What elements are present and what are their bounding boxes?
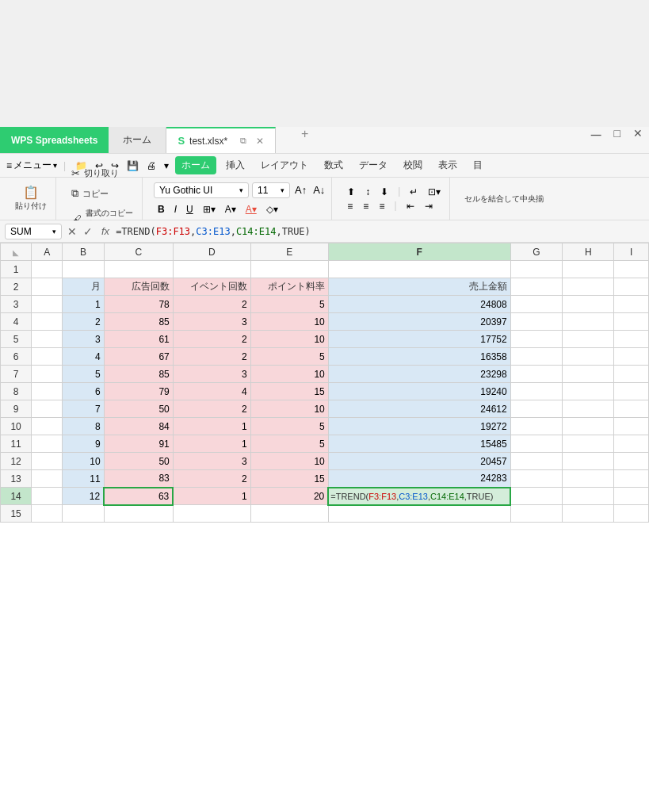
cell-g15[interactable] xyxy=(510,505,562,523)
cell-c1[interactable] xyxy=(104,261,173,278)
cell-i10[interactable] xyxy=(614,418,649,435)
cell-g4[interactable] xyxy=(510,313,562,331)
col-header-i[interactable]: I xyxy=(614,243,649,261)
cell-e8[interactable]: 15 xyxy=(250,383,328,400)
font-shrink-icon[interactable]: A↓ xyxy=(311,184,326,196)
menu-item-home[interactable]: ホーム xyxy=(175,156,216,174)
cell-a14[interactable] xyxy=(32,488,63,505)
cell-f5[interactable]: 17752 xyxy=(328,331,510,348)
cell-h10[interactable] xyxy=(563,418,614,435)
menu-item-data[interactable]: データ xyxy=(353,156,394,174)
cell-d1[interactable] xyxy=(173,261,250,278)
cell-i9[interactable] xyxy=(614,400,649,418)
cell-b14[interactable]: 12 xyxy=(63,488,104,505)
row-header-8[interactable]: 8 xyxy=(1,383,32,400)
row-header-13[interactable]: 13 xyxy=(1,470,32,488)
menu-item-review[interactable]: 校閲 xyxy=(397,156,429,174)
cell-b5[interactable]: 3 xyxy=(63,331,104,348)
row-header-7[interactable]: 7 xyxy=(1,366,32,383)
formula-confirm-button[interactable]: ✓ xyxy=(81,225,95,238)
align-left-icon[interactable]: ≡ xyxy=(343,200,357,213)
col-header-f[interactable]: F xyxy=(328,243,510,261)
dropdown-arrow[interactable]: ▾ xyxy=(161,159,172,173)
cell-f12[interactable]: 20457 xyxy=(328,453,510,470)
cell-d13[interactable]: 2 xyxy=(173,470,250,488)
row-header-14[interactable]: 14 xyxy=(1,488,32,505)
cell-i13[interactable] xyxy=(614,470,649,488)
formula-cancel-button[interactable]: ✕ xyxy=(65,225,79,238)
cell-f10[interactable]: 19272 xyxy=(328,418,510,435)
formula-input[interactable]: =TREND(F3:F13,C3:E13,C14:E14,TRUE) xyxy=(116,226,644,237)
cell-i4[interactable] xyxy=(614,313,649,331)
cell-b13[interactable]: 11 xyxy=(63,470,104,488)
cell-b4[interactable]: 2 xyxy=(63,313,104,331)
cell-g9[interactable] xyxy=(510,400,562,418)
print-icon[interactable]: 🖨 xyxy=(143,159,159,173)
copy-button[interactable]: ⧉ コピー xyxy=(67,185,137,202)
cell-e14[interactable]: 20 xyxy=(250,488,328,505)
cell-d4[interactable]: 3 xyxy=(173,313,250,331)
menu-item-more[interactable]: 目 xyxy=(467,156,489,174)
cell-e6[interactable]: 5 xyxy=(250,348,328,366)
cell-h8[interactable] xyxy=(563,383,614,400)
cell-e9[interactable]: 10 xyxy=(250,400,328,418)
cell-a2[interactable] xyxy=(32,278,63,296)
cell-b12[interactable]: 10 xyxy=(63,453,104,470)
cell-g12[interactable] xyxy=(510,453,562,470)
merge-cells-button[interactable]: セルを結合して中央揃 xyxy=(461,192,547,206)
cell-i15[interactable] xyxy=(614,505,649,523)
cell-e3[interactable]: 5 xyxy=(250,296,328,313)
cell-f14[interactable]: =TREND(F3:F13,C3:E13,C14:E14,TRUE) xyxy=(328,488,510,505)
cell-i14[interactable] xyxy=(614,488,649,505)
col-header-b[interactable]: B xyxy=(63,243,104,261)
cell-g8[interactable] xyxy=(510,383,562,400)
wps-tab[interactable]: WPS Spreadsheets xyxy=(0,127,109,153)
align-right-icon[interactable]: ≡ xyxy=(375,200,388,213)
cell-f2[interactable]: 売上金額 xyxy=(328,278,510,296)
cell-f13[interactable]: 24283 xyxy=(328,470,510,488)
cell-e15[interactable] xyxy=(250,505,328,523)
row-header-15[interactable]: 15 xyxy=(1,505,32,523)
underline-button[interactable]: U xyxy=(182,203,197,216)
cell-b11[interactable]: 9 xyxy=(63,435,104,453)
cell-f7[interactable]: 23298 xyxy=(328,366,510,383)
row-header-9[interactable]: 9 xyxy=(1,400,32,418)
cell-a4[interactable] xyxy=(32,313,63,331)
maximize-button[interactable]: □ xyxy=(608,127,627,153)
menu-item-insert[interactable]: 挿入 xyxy=(220,156,251,174)
cell-d5[interactable]: 2 xyxy=(173,331,250,348)
cell-f6[interactable]: 16358 xyxy=(328,348,510,366)
menu-dropdown[interactable]: ≡ メニュー ▾ xyxy=(6,159,57,172)
cell-h11[interactable] xyxy=(563,435,614,453)
font-grow-icon[interactable]: A↑ xyxy=(293,184,308,196)
row-header-6[interactable]: 6 xyxy=(1,348,32,366)
cell-g5[interactable] xyxy=(510,331,562,348)
cell-c3[interactable]: 78 xyxy=(104,296,173,313)
cell-e4[interactable]: 10 xyxy=(250,313,328,331)
align-mid-icon[interactable]: ↕ xyxy=(361,186,374,198)
font-name-dropdown[interactable]: Yu Gothic UI ▾ xyxy=(154,182,249,198)
cell-f1[interactable] xyxy=(328,261,510,278)
italic-button[interactable]: I xyxy=(170,203,181,216)
align-center-icon[interactable]: ≡ xyxy=(359,200,372,213)
cell-a15[interactable] xyxy=(32,505,63,523)
cell-reference-box[interactable]: SUM ▾ xyxy=(5,224,62,239)
cell-h9[interactable] xyxy=(563,400,614,418)
border-button[interactable]: ⊞▾ xyxy=(199,203,220,216)
cell-c7[interactable]: 85 xyxy=(104,366,173,383)
cell-d14[interactable]: 1 xyxy=(173,488,250,505)
cell-e11[interactable]: 5 xyxy=(250,435,328,453)
cell-b8[interactable]: 6 xyxy=(63,383,104,400)
cell-f3[interactable]: 24808 xyxy=(328,296,510,313)
cell-d9[interactable]: 2 xyxy=(173,400,250,418)
cell-g3[interactable] xyxy=(510,296,562,313)
row-header-1[interactable]: 1 xyxy=(1,261,32,278)
cell-g14[interactable] xyxy=(510,488,562,505)
cell-b7[interactable]: 5 xyxy=(63,366,104,383)
file-tab[interactable]: S test.xlsx* ⧉ ✕ xyxy=(166,127,276,153)
merge-dropdown-icon[interactable]: ⊡▾ xyxy=(424,186,445,198)
cell-i6[interactable] xyxy=(614,348,649,366)
cell-d6[interactable]: 2 xyxy=(173,348,250,366)
cell-b10[interactable]: 8 xyxy=(63,418,104,435)
row-header-10[interactable]: 10 xyxy=(1,418,32,435)
